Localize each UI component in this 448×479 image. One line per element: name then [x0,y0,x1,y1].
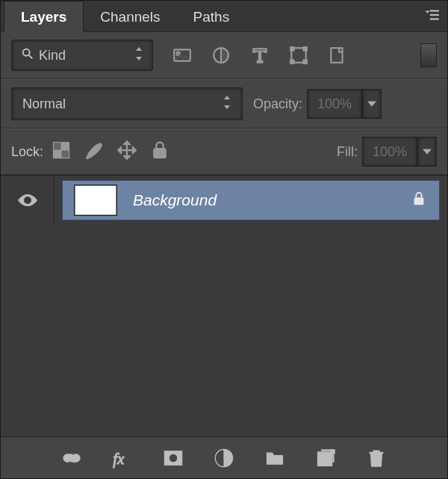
layers-panel: Layers Channels Paths Kind [0,0,448,479]
panel-menu-button[interactable] [423,7,440,27]
svg-point-3 [23,49,30,55]
svg-point-18 [25,199,29,203]
svg-rect-9 [290,47,293,50]
fill-label: Fill: [337,144,358,160]
lock-label: Lock: [11,144,43,160]
svg-rect-15 [54,142,62,150]
blend-opacity-row: Normal Opacity: 100% [1,79,447,129]
link-layers-icon[interactable] [60,447,83,469]
layers-footer: fx [1,436,447,478]
svg-rect-1 [430,14,439,16]
layer-filter-row: Kind [1,32,447,79]
svg-rect-11 [290,61,293,64]
svg-text:fx: fx [113,450,125,468]
tab-layers[interactable]: Layers [4,1,84,32]
filter-adjustment-icon[interactable] [210,44,232,67]
svg-point-22 [169,454,178,463]
tab-paths[interactable]: Paths [177,1,246,31]
delete-layer-icon[interactable] [365,447,388,469]
lock-fill-row: Lock: Fill: 100% [1,129,447,175]
new-layer-icon[interactable] [314,447,337,469]
fill-dropdown-arrow[interactable] [417,137,437,167]
layer-thumbnail[interactable] [75,185,116,215]
layer-name[interactable]: Background [133,191,394,209]
filter-smartobject-icon[interactable] [326,44,349,67]
layer-list: Background [1,175,447,436]
svg-rect-10 [304,47,307,50]
lock-transparency-icon[interactable] [51,140,72,164]
svg-rect-16 [61,150,69,158]
panel-tabs: Layers Channels Paths [1,1,447,32]
updown-icon [134,47,143,64]
blend-mode-select[interactable]: Normal [11,87,243,120]
tab-channels[interactable]: Channels [84,1,176,31]
svg-rect-0 [430,10,439,11]
svg-rect-19 [414,197,424,205]
filter-pixel-icon[interactable] [171,44,193,67]
add-mask-icon[interactable] [162,447,184,469]
blend-mode-value: Normal [22,96,66,112]
updown-icon [223,96,231,113]
lock-pixels-icon[interactable] [84,140,105,164]
fill-value[interactable]: 100% [362,137,417,167]
layer-lock-icon[interactable] [411,191,427,211]
layer-visibility-toggle[interactable] [1,176,55,225]
search-icon [21,47,34,64]
layer-row[interactable]: Background [1,176,447,225]
layer-effects-icon[interactable]: fx [111,447,134,469]
filter-kind-label: Kind [39,48,66,64]
filter-shape-icon[interactable] [287,44,310,67]
opacity-value[interactable]: 100% [307,89,362,119]
svg-rect-13 [331,48,342,63]
svg-rect-2 [430,18,439,19]
svg-rect-17 [154,148,166,158]
svg-line-4 [29,55,33,58]
layer-item[interactable]: Background [62,180,440,220]
lock-position-icon[interactable] [116,140,137,164]
svg-rect-24 [318,451,332,466]
filter-type-dropdown[interactable]: Kind [11,40,153,71]
svg-rect-12 [304,61,307,64]
lock-all-icon[interactable] [149,140,170,164]
opacity-dropdown-arrow[interactable] [362,89,382,119]
filter-icons [171,44,349,67]
new-group-icon[interactable] [264,447,286,469]
opacity-label: Opacity: [253,96,302,112]
filter-toggle-switch[interactable] [420,43,437,67]
filter-type-icon[interactable] [249,44,271,67]
new-adjustment-layer-icon[interactable] [213,447,235,469]
